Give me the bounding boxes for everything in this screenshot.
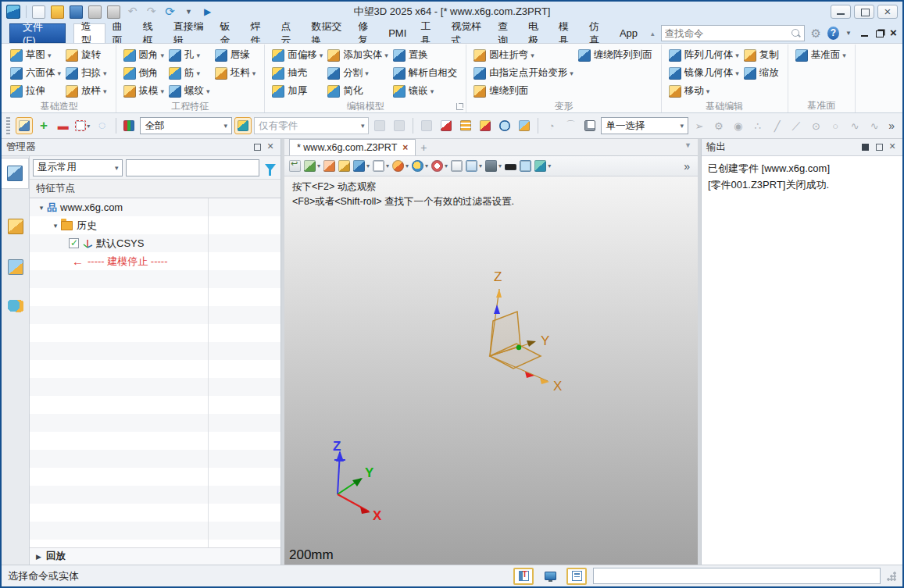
tab-electrode[interactable]: 电极 (521, 23, 552, 43)
help-icon[interactable]: ? (827, 27, 839, 40)
ribbon-item-loft[interactable]: 放样 (64, 82, 110, 100)
ribbon-item-draft[interactable]: 拔模 (122, 82, 168, 100)
settings-gear-icon[interactable] (811, 27, 821, 41)
ribbon-item-sketch[interactable]: 草图 (9, 46, 64, 64)
redo-icon[interactable] (145, 5, 158, 19)
tab-mold[interactable]: 模具 (552, 23, 582, 43)
section-view-icon[interactable] (534, 160, 551, 172)
eraser-icon[interactable] (323, 160, 335, 172)
pick-tool-icon[interactable] (16, 117, 33, 134)
tab-list-icon[interactable] (684, 141, 691, 149)
pip-view-icon[interactable] (451, 160, 463, 172)
tree-row-history[interactable]: 历史 (30, 216, 280, 234)
select-window-icon[interactable] (74, 117, 91, 134)
dimension-display-icon[interactable] (466, 160, 482, 172)
add-selection-icon[interactable]: + (35, 117, 52, 134)
history-manager-button[interactable] (2, 158, 29, 189)
replay-section[interactable]: 回放 (30, 547, 280, 565)
ribbon-item-cylindrical-bend[interactable]: 圆柱折弯 (472, 46, 577, 64)
ribbon-item-fillet[interactable]: 圆角 (122, 46, 168, 64)
background-icon[interactable] (505, 162, 516, 170)
ribbon-item-shell[interactable]: 抽壳 (270, 64, 326, 82)
caret-down-icon[interactable] (36, 204, 47, 212)
qat-dropdown-icon[interactable] (182, 5, 195, 19)
doc-minimize-button[interactable] (859, 28, 870, 38)
remove-selection-icon[interactable]: ▬ (55, 117, 72, 134)
close-button[interactable] (877, 5, 898, 19)
pip-window-icon[interactable] (581, 117, 598, 134)
tree-row-root[interactable]: 品 www.x6g.com (30, 198, 280, 216)
ribbon-item-thicken[interactable]: 加厚 (270, 82, 326, 100)
tree-column-divider[interactable] (208, 198, 209, 547)
exit-icon[interactable] (289, 160, 301, 172)
doc-close-button[interactable] (889, 28, 899, 38)
ribbon-item-resolve-self-intersection[interactable]: 解析自相交 (391, 64, 461, 82)
zoom-window-icon[interactable] (412, 160, 428, 172)
filter-scope-select[interactable]: 全部 (140, 117, 232, 134)
tab-repair[interactable]: 修复 (351, 23, 381, 43)
graphics-canvas[interactable]: 按下<F2> 动态观察 <F8>或者<Shift-roll> 查找下一个有效的过… (284, 176, 698, 565)
tab-inquire[interactable]: 查询 (491, 23, 521, 43)
ribbon-item-scale[interactable]: 缩放 (742, 64, 782, 82)
print-icon[interactable] (88, 5, 102, 19)
ribbon-item-add-shape[interactable]: 添加实体 (326, 46, 391, 64)
ribbon-item-move[interactable]: 移动 (667, 82, 742, 100)
plane-display-icon[interactable] (520, 160, 531, 172)
ribbon-item-datum-plane[interactable]: 基准面 (794, 46, 849, 64)
view-triad[interactable]: Z Y X (316, 441, 402, 527)
part-only-filter-icon[interactable] (234, 117, 252, 134)
ribbon-item-morph-from-point[interactable]: 由指定点开始变形 (472, 64, 577, 82)
file-menu-button[interactable]: 文件(F) (9, 23, 66, 43)
tree-column-header[interactable]: 特征节点 (30, 180, 280, 198)
view-orient-icon[interactable] (431, 160, 448, 172)
tree-row-model-stop[interactable]: ----- 建模停止 ----- (30, 252, 280, 270)
shaded-view-icon[interactable] (353, 160, 370, 172)
dialog-launcher-icon[interactable] (456, 103, 463, 110)
tree-filter-icon[interactable] (263, 159, 277, 176)
document-tab[interactable]: * www.x6g.com.Z3PRT (289, 139, 416, 155)
tab-sheet-metal[interactable]: 钣金 (213, 23, 244, 43)
new-file-icon[interactable] (32, 5, 45, 19)
log-toggle-button[interactable] (566, 568, 587, 585)
ribbon-item-extrude[interactable]: 拉伸 (9, 82, 64, 100)
status-command-input[interactable] (593, 568, 881, 584)
tab-simulation[interactable]: 仿真 (582, 23, 613, 43)
prompt-toggle-button[interactable] (513, 568, 534, 585)
pick-from-file-icon[interactable] (477, 117, 494, 134)
minimize-button[interactable] (831, 5, 851, 19)
ribbon-item-face-offset[interactable]: 面偏移 (270, 46, 326, 64)
ribbon-item-wrap-to-face[interactable]: 缠绕到面 (472, 82, 577, 100)
tab-data-exchange[interactable]: 数据交换 (304, 23, 351, 43)
render-mode-icon[interactable] (392, 160, 409, 172)
search-icon[interactable] (791, 28, 801, 38)
pick-session-icon[interactable] (516, 117, 533, 134)
pick-cursor-icon[interactable] (438, 117, 455, 134)
ribbon-item-revolve[interactable]: 旋转 (64, 46, 110, 64)
command-search-input[interactable] (665, 28, 791, 39)
tree-row-default-csys[interactable]: 默认CSYS (30, 234, 280, 252)
undo-icon[interactable] (126, 5, 139, 19)
tab-close-icon[interactable] (402, 142, 408, 153)
view-toolbar-overflow-icon[interactable] (681, 160, 693, 173)
display-mode-select[interactable]: 显示常用 (33, 159, 123, 176)
save-icon[interactable] (70, 5, 83, 19)
ribbon-item-pattern-geometry[interactable]: 阵列几何体 (667, 46, 742, 64)
filter-list-icon[interactable] (121, 117, 138, 134)
pick-global-icon[interactable] (496, 117, 513, 134)
ribbon-item-inlay[interactable]: 镶嵌 (391, 82, 461, 100)
layer-icon[interactable] (304, 160, 320, 172)
session-manager-button[interactable] (2, 292, 29, 323)
app-logo-icon[interactable] (6, 5, 20, 19)
tab-pmi[interactable]: PMI (381, 23, 413, 43)
lasso-select-icon[interactable]: ◌ (94, 117, 111, 134)
tab-point-cloud[interactable]: 点云 (273, 23, 304, 43)
ribbon-item-rib[interactable]: 筋 (167, 64, 213, 82)
pick-list-icon[interactable] (457, 117, 474, 134)
checkbox-checked-icon[interactable] (69, 238, 79, 248)
tab-shape[interactable]: 造型 (73, 23, 105, 43)
ribbon-item-wrap-pattern-to-face[interactable]: 缠绕阵列到面 (577, 46, 656, 64)
ribbon-item-mirror-geometry[interactable]: 镜像几何体 (667, 64, 742, 82)
help-dropdown-icon[interactable] (845, 30, 852, 37)
tab-weldment[interactable]: 焊件 (244, 23, 274, 43)
ribbon-collapse-icon[interactable] (645, 30, 661, 37)
